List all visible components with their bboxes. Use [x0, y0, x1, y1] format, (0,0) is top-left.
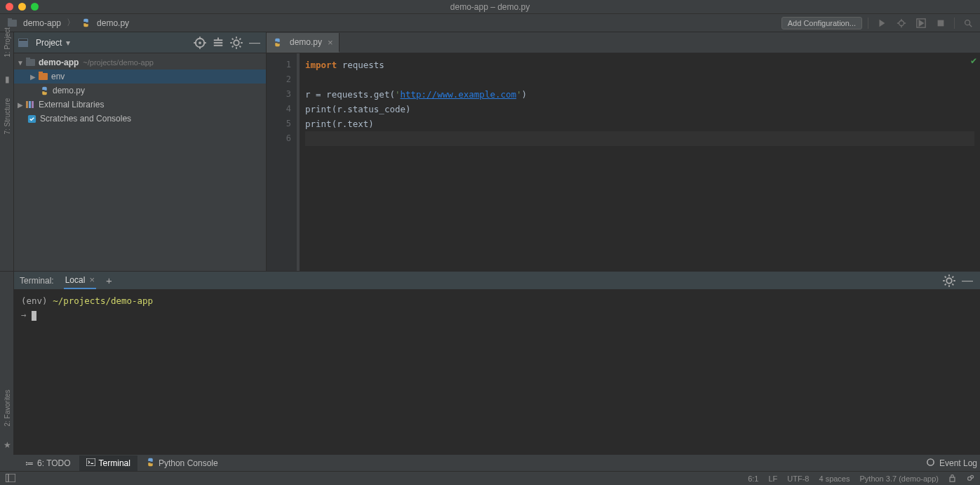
code-text: (r.status_code) — [332, 104, 411, 114]
run-icon[interactable] — [874, 15, 890, 31]
gear-icon[interactable] — [229, 36, 243, 50]
caret-position[interactable]: 6:1 — [748, 474, 758, 483]
hide-panel-icon[interactable]: — — [248, 36, 262, 50]
code-text: (r.text) — [332, 119, 374, 129]
project-panel-title: Project — [36, 38, 62, 48]
close-tab-icon[interactable]: × — [328, 37, 333, 48]
todo-tab[interactable]: ≔ 6: TODO — [18, 456, 78, 471]
folder-icon — [7, 19, 17, 27]
tree-demo-file[interactable]: demo.py — [14, 84, 266, 98]
python-file-icon — [39, 86, 49, 95]
line-number: 1 — [267, 58, 291, 72]
tree-root-label: demo-app — [39, 58, 79, 67]
code-line[interactable]: print(r.status_code) — [305, 102, 974, 117]
inspector-icon[interactable] — [966, 474, 974, 484]
tool-windows-quick-access-icon[interactable] — [6, 474, 15, 484]
terminal-output[interactable]: (env) ~/projects/demo-app → — [14, 290, 980, 454]
search-everywhere-icon[interactable] — [960, 15, 976, 31]
line-number: 3 — [267, 87, 291, 102]
editor-tab-demo[interactable]: demo.py × — [267, 33, 340, 53]
builtin: print — [305, 104, 332, 114]
event-log-icon — [926, 458, 935, 469]
gear-icon[interactable] — [942, 274, 956, 288]
breadcrumb-file[interactable]: demo.py — [78, 17, 132, 29]
structure-tool-tab[interactable]: 7: Structure — [4, 121, 11, 135]
svg-point-13 — [946, 278, 952, 284]
maximize-window-button[interactable] — [31, 3, 39, 11]
project-view-icon — [18, 39, 28, 47]
line-number: 4 — [267, 102, 291, 117]
terminal-tab-local[interactable]: Local × — [64, 272, 96, 289]
left-tool-rail-lower: 2: Favorites ★ — [0, 272, 14, 455]
terminal-cursor — [32, 311, 36, 321]
line-ending[interactable]: LF — [768, 474, 777, 483]
close-window-button[interactable] — [6, 3, 13, 11]
terminal-title: Terminal: — [20, 276, 54, 286]
tree-external-libs[interactable]: ▶ External Libraries — [14, 98, 266, 112]
python-icon — [146, 458, 155, 469]
stop-icon[interactable] — [933, 15, 948, 31]
source-code[interactable]: import requests r = requests.get('http:/… — [297, 53, 980, 271]
window-title: demo-app – demo.py — [0, 2, 980, 12]
favorites-tool-tab[interactable]: 2: Favorites — [4, 413, 11, 427]
hide-terminal-icon[interactable]: — — [960, 274, 974, 288]
svg-point-8 — [234, 40, 239, 46]
prompt-path: ~/projects/demo-app — [53, 295, 153, 306]
code-line[interactable]: print(r.text) — [305, 117, 974, 131]
python-console-tab[interactable]: Python Console — [139, 456, 225, 471]
lock-icon[interactable] — [948, 474, 956, 484]
event-log-button[interactable]: Event Log — [939, 458, 977, 468]
tree-env-folder[interactable]: ▶ env — [14, 69, 266, 84]
add-configuration-button[interactable]: Add Configuration... — [781, 17, 862, 29]
project-tool-tab[interactable]: 1: Project — [4, 44, 11, 58]
identifier: requests — [342, 60, 384, 70]
indent-setting[interactable]: 4 spaces — [819, 474, 850, 483]
terminal-header: Terminal: Local × + — — [14, 272, 980, 290]
new-terminal-tab-icon[interactable]: + — [106, 274, 112, 286]
svg-rect-11 — [32, 101, 34, 108]
coverage-icon[interactable] — [913, 15, 929, 31]
keyword: import — [305, 60, 337, 70]
svg-rect-10 — [29, 101, 31, 108]
tree-scratches[interactable]: Scratches and Consoles — [14, 112, 266, 126]
tree-root[interactable]: ▼ demo-app ~/projects/demo-app — [14, 55, 266, 69]
list-icon: ≔ — [25, 458, 34, 468]
separator — [954, 18, 955, 29]
tree-scratches-label: Scratches and Consoles — [40, 114, 131, 124]
code-line[interactable] — [305, 72, 974, 87]
navigation-bar: demo-app 〉 demo.py Add Configuration... — [0, 14, 980, 32]
python-interpreter[interactable]: Python 3.7 (demo-app) — [859, 474, 939, 483]
separator — [868, 18, 868, 29]
chevron-right-icon[interactable]: ▶ — [17, 101, 24, 109]
chevron-down-icon[interactable]: ▾ — [66, 38, 70, 48]
python-file-icon — [81, 19, 90, 27]
line-number: 2 — [267, 72, 291, 87]
breadcrumb-project-label: demo-app — [23, 18, 61, 28]
chevron-right-icon: 〉 — [67, 17, 75, 29]
breadcrumb-project[interactable]: demo-app — [4, 17, 64, 29]
terminal-line: → — [21, 308, 973, 322]
code-line[interactable]: import requests — [305, 58, 974, 72]
project-tool-window: Project ▾ — ▼ demo-app ~/projects/demo-a… — [14, 32, 267, 271]
svg-point-20 — [971, 475, 974, 478]
debug-icon[interactable] — [894, 15, 909, 31]
svg-point-15 — [927, 458, 934, 465]
scratches-icon — [27, 114, 36, 123]
minimize-window-button[interactable] — [18, 3, 26, 11]
code-line[interactable]: r = requests.get('http://www.example.com… — [305, 87, 974, 102]
file-encoding[interactable]: UTF-8 — [787, 474, 809, 483]
chevron-down-icon[interactable]: ▼ — [17, 59, 24, 67]
python-console-tab-label: Python Console — [159, 458, 218, 468]
close-terminal-tab-icon[interactable]: × — [89, 274, 95, 285]
terminal-tab[interactable]: Terminal — [79, 456, 137, 471]
locate-icon[interactable] — [193, 36, 207, 50]
project-tree[interactable]: ▼ demo-app ~/projects/demo-app ▶ env dem… — [14, 53, 266, 271]
url-link[interactable]: http://www.example.com — [400, 89, 516, 100]
run-toolbar: Add Configuration... — [781, 15, 976, 31]
folder-icon — [25, 58, 35, 67]
collapse-all-icon[interactable] — [211, 36, 225, 50]
editor-body[interactable]: 1 2 3 4 5 6 import requests r = requests… — [267, 53, 980, 271]
chevron-right-icon[interactable]: ▶ — [29, 73, 36, 81]
inspection-ok-icon[interactable]: ✔ — [970, 56, 977, 66]
library-icon — [25, 100, 35, 109]
